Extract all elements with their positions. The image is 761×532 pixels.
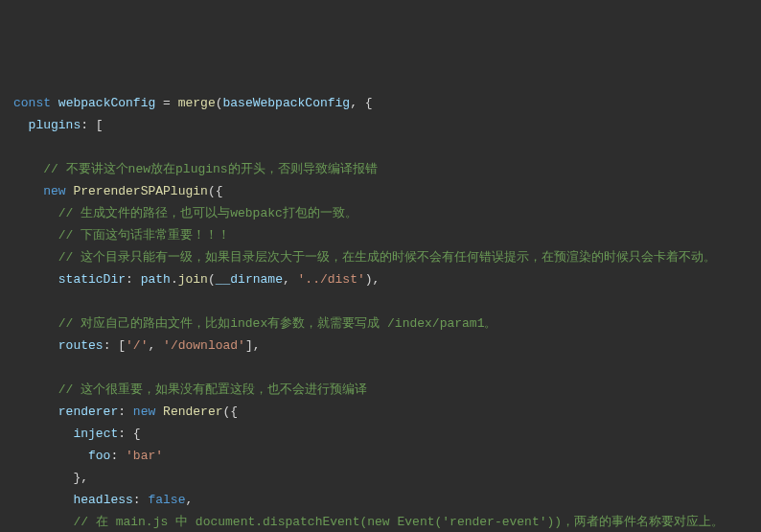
prop-inject: inject <box>73 427 118 441</box>
dot: . <box>171 272 178 287</box>
class-Renderer: Renderer <box>163 405 222 419</box>
fn-join: join <box>178 272 208 287</box>
comment-line: // 这个很重要，如果没有配置这段，也不会进行预编译 <box>58 382 367 397</box>
comment-line: // 下面这句话非常重要！！！ <box>58 228 230 243</box>
colon: : <box>118 427 126 441</box>
comment-line: // 对应自己的路由文件，比如index有参数，就需要写成 /index/par… <box>58 316 497 331</box>
colon: : <box>81 118 88 132</box>
colon: : <box>104 338 111 353</box>
comment-line: // 不要讲这个new放在plugins的开头，否则导致编译报错 <box>43 162 377 176</box>
fn-merge: merge <box>178 96 216 110</box>
colon: : <box>126 272 133 287</box>
colon: : <box>118 405 126 419</box>
brace-open: { <box>133 427 141 441</box>
string-dist: '../dist' <box>298 272 365 287</box>
comment-line: // 在 main.js 中 document.dispatchEvent(ne… <box>73 515 724 529</box>
operator-eq: = <box>163 96 171 110</box>
prop-routes: routes <box>58 338 104 353</box>
comment-line: // 这个目录只能有一级，如果目录层次大于一级，在生成的时候不会有任何错误提示，… <box>58 250 716 265</box>
keyword-const: const <box>13 96 51 110</box>
prop-renderer: renderer <box>58 405 118 419</box>
prop-staticDir: staticDir <box>58 272 126 287</box>
paren-open: ( <box>208 272 216 287</box>
prop-headless: headless <box>73 493 132 507</box>
paren-close: ) <box>365 272 373 287</box>
colon: : <box>110 449 118 463</box>
keyword-new: new <box>43 184 65 198</box>
paren-open: ( <box>216 96 223 110</box>
code-block: const webpackConfig = merge(baseWebpackC… <box>13 92 761 532</box>
bracket-open: [ <box>96 118 104 132</box>
comma: , <box>148 338 155 353</box>
brace-open: { <box>365 96 373 110</box>
var-baseWebpackConfig: baseWebpackConfig <box>223 96 351 110</box>
prop-foo: foo <box>88 449 110 463</box>
bracket-close: ] <box>245 338 253 353</box>
string-root: '/' <box>126 338 148 353</box>
brace-open: { <box>216 184 223 198</box>
obj-path: path <box>141 272 171 287</box>
bool-false: false <box>148 493 185 507</box>
prop-plugins: plugins <box>29 118 81 132</box>
string-bar: 'bar' <box>126 449 163 463</box>
var-webpackConfig: webpackConfig <box>58 96 155 110</box>
comma: , <box>350 96 357 110</box>
comment-line: // 生成文件的路径，也可以与webpakc打包的一致。 <box>58 206 357 220</box>
colon: : <box>133 493 141 507</box>
keyword-new: new <box>133 405 155 419</box>
class-PrerenderSPAPlugin: PrerenderSPAPlugin <box>73 184 207 198</box>
comma: , <box>283 272 290 287</box>
string-download: '/download' <box>163 338 245 353</box>
comma: , <box>185 493 193 507</box>
var-dirname: __dirname <box>216 272 283 287</box>
comma: , <box>81 471 88 485</box>
comma: , <box>253 338 261 353</box>
paren-open: ( <box>208 184 216 198</box>
bracket-open: [ <box>118 338 126 353</box>
comma: , <box>373 272 380 287</box>
brace-open: { <box>230 405 238 419</box>
